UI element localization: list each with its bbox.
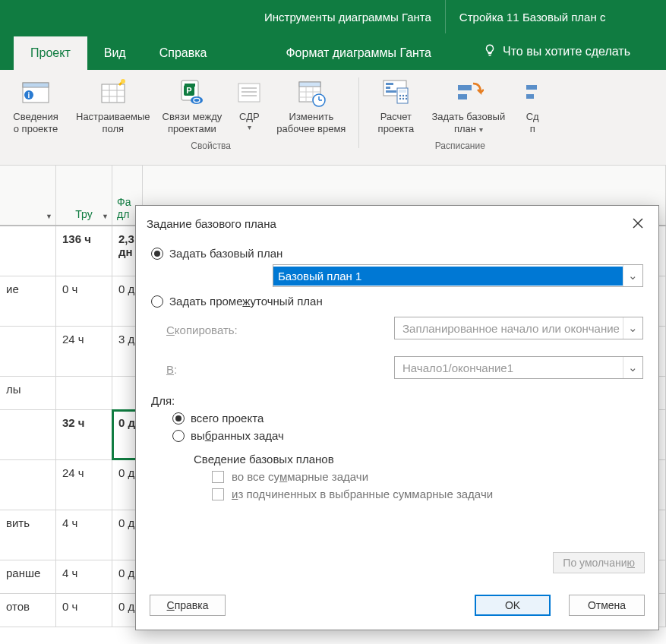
- tell-me-label: Что вы хотите сделать: [503, 45, 630, 58]
- close-icon: [633, 218, 643, 229]
- for-label: Для:: [151, 394, 643, 407]
- close-button[interactable]: [627, 213, 649, 233]
- svg-rect-43: [526, 94, 534, 99]
- wbs-icon: [234, 77, 264, 108]
- tab-project[interactable]: Проект: [14, 36, 87, 70]
- svg-rect-20: [299, 82, 320, 87]
- default-button: По умолчанию: [553, 552, 645, 573]
- ribbon-btn-wbs[interactable]: СДР ▾: [228, 74, 270, 139]
- radio-set-interim-label: Задать промежуточный план: [169, 295, 323, 308]
- check-rollup-children: [212, 488, 224, 500]
- into-label: В:: [166, 363, 273, 376]
- calculator-icon: [380, 77, 411, 108]
- copy-label: Скопировать:: [166, 324, 273, 336]
- ribbon-btn-links[interactable]: P Связи между проектами: [156, 74, 229, 139]
- check-rollup-all-label: во все суммарные задачи: [232, 470, 368, 483]
- svg-rect-30: [386, 87, 390, 89]
- ribbon-btn-custom-fields[interactable]: Настраиваемые поля: [70, 74, 156, 139]
- chevron-down-icon: ⌄: [623, 317, 642, 339]
- baseline-combo[interactable]: Базовый план 1 ⌄: [273, 264, 643, 287]
- svg-rect-41: [458, 94, 467, 99]
- move-icon: [517, 77, 548, 108]
- link-projects-icon: P: [177, 77, 207, 108]
- col-header-work[interactable]: Тру: [75, 208, 92, 220]
- radio-for-selected-label: выбранных задач: [191, 429, 284, 442]
- radio-for-entire-label: всего проекта: [191, 412, 264, 425]
- cancel-button[interactable]: Отмена: [569, 595, 645, 616]
- ribbon-btn-project-info[interactable]: i Сведения о проекте: [6, 74, 65, 163]
- calendar-clock-icon: [296, 77, 327, 108]
- chevron-down-icon[interactable]: ⌄: [623, 265, 642, 286]
- ribbon-btn-calculate[interactable]: Расчет проекта: [366, 74, 425, 139]
- info-icon: i: [21, 77, 51, 108]
- radio-set-baseline-label: Задать базовый план: [169, 247, 282, 260]
- check-rollup-all: [212, 471, 224, 483]
- svg-rect-31: [386, 90, 396, 93]
- svg-point-36: [406, 95, 407, 96]
- ribbon-btn-set-baseline[interactable]: Задать базовый план ▾: [425, 74, 511, 139]
- tell-me[interactable]: Что вы хотите сделать: [466, 33, 647, 70]
- rollup-section: Сведение базовых планов: [194, 453, 643, 466]
- svg-rect-40: [458, 85, 472, 90]
- lightbulb-icon: [483, 43, 497, 60]
- chevron-down-icon: ▾: [248, 123, 251, 133]
- help-button[interactable]: Справка: [150, 595, 226, 616]
- dialog-title: Задание базового плана: [147, 217, 276, 230]
- svg-point-14: [191, 96, 203, 104]
- ok-button[interactable]: OK: [475, 595, 551, 616]
- chevron-down-icon: ⌄: [623, 357, 642, 378]
- svg-point-37: [399, 98, 401, 99]
- svg-point-38: [402, 98, 404, 99]
- context-tool-title: Инструменты диаграммы Ганта: [251, 0, 445, 33]
- baseline-icon: [453, 77, 484, 108]
- ribbon-group-properties: Свойства: [191, 139, 231, 151]
- radio-for-selected[interactable]: [172, 430, 185, 442]
- svg-rect-15: [238, 84, 260, 102]
- ribbon-group-schedule: Расписание: [435, 139, 485, 151]
- tab-view[interactable]: Вид: [87, 36, 143, 70]
- svg-rect-1: [23, 83, 49, 87]
- svg-point-34: [399, 95, 401, 96]
- grid-icon: [98, 77, 128, 108]
- radio-for-entire[interactable]: [172, 412, 185, 425]
- check-rollup-children-label: из подчиненных в выбранные суммарные зад…: [232, 488, 493, 500]
- filter-icon[interactable]: ▼: [102, 213, 109, 220]
- tab-help[interactable]: Справка: [143, 36, 224, 70]
- ribbon: i Сведения о проекте Настраиваемые поля …: [0, 70, 666, 166]
- filter-icon[interactable]: ▼: [46, 213, 52, 220]
- ribbon-tabs: Проект Вид Справка Формат диаграммы Гант…: [0, 33, 666, 70]
- set-baseline-dialog: Задание базового плана Задать базовый пл…: [135, 205, 659, 630]
- svg-text:P: P: [186, 86, 191, 95]
- svg-rect-29: [386, 83, 393, 85]
- document-name: Стройка 11 Базовый план с: [445, 0, 620, 33]
- svg-rect-42: [526, 85, 537, 90]
- radio-set-interim[interactable]: [151, 295, 163, 308]
- ribbon-btn-move[interactable]: Сд п: [511, 74, 554, 139]
- radio-set-baseline[interactable]: [151, 248, 163, 260]
- svg-point-39: [406, 98, 407, 99]
- tab-format-gantt[interactable]: Формат диаграммы Ганта: [269, 36, 448, 70]
- svg-point-9: [121, 79, 125, 84]
- chevron-down-icon: ▾: [479, 125, 483, 134]
- svg-point-35: [402, 95, 404, 96]
- svg-rect-4: [102, 84, 125, 103]
- svg-rect-33: [399, 90, 406, 93]
- title-bar: Инструменты диаграммы Ганта Стройка 11 Б…: [0, 0, 666, 33]
- ribbon-btn-change-working-time[interactable]: Изменить рабочее время: [270, 74, 352, 139]
- svg-text:i: i: [28, 91, 30, 99]
- into-combo: Начало1/окончание1 ⌄: [394, 356, 643, 379]
- copy-combo: Запланированное начало или окончание ⌄: [394, 317, 643, 339]
